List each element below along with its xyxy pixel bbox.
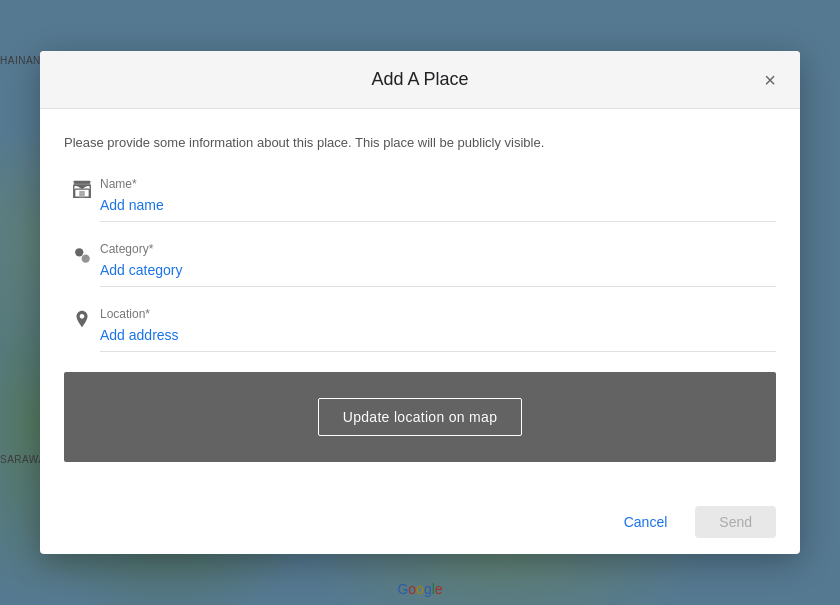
svg-point-7 [80,314,85,319]
location-input[interactable]: Add address [100,327,776,343]
name-label: Name* [100,177,776,191]
name-field: Name* Add name [64,177,776,222]
update-location-button[interactable]: Update location on map [318,398,522,436]
svg-point-5 [75,248,83,256]
name-input[interactable]: Add name [100,197,776,213]
description-text: Please provide some information about th… [64,133,776,153]
add-place-dialog: Add A Place × Please provide some inform… [40,51,800,554]
store-icon [64,179,100,201]
svg-rect-1 [74,181,91,184]
location-field-content: Location* Add address [100,307,776,352]
category-field-content: Category* Add category [100,242,776,287]
category-label: Category* [100,242,776,256]
dialog-footer: Cancel Send [40,494,800,554]
category-field: Category* Add category [64,242,776,287]
cancel-button[interactable]: Cancel [608,506,684,538]
dialog-title: Add A Place [371,69,468,90]
modal-overlay: Add A Place × Please provide some inform… [0,0,840,605]
category-icon [64,244,100,266]
name-field-content: Name* Add name [100,177,776,222]
close-button[interactable]: × [760,66,780,94]
dialog-body: Please provide some information about th… [40,109,800,494]
dialog-header: Add A Place × [40,51,800,109]
location-pin-icon [64,309,100,331]
category-input[interactable]: Add category [100,262,776,278]
location-field: Location* Add address [64,307,776,352]
map-area: Update location on map [64,372,776,462]
svg-rect-4 [79,191,85,197]
send-button[interactable]: Send [695,506,776,538]
svg-point-6 [82,254,90,262]
location-label: Location* [100,307,776,321]
